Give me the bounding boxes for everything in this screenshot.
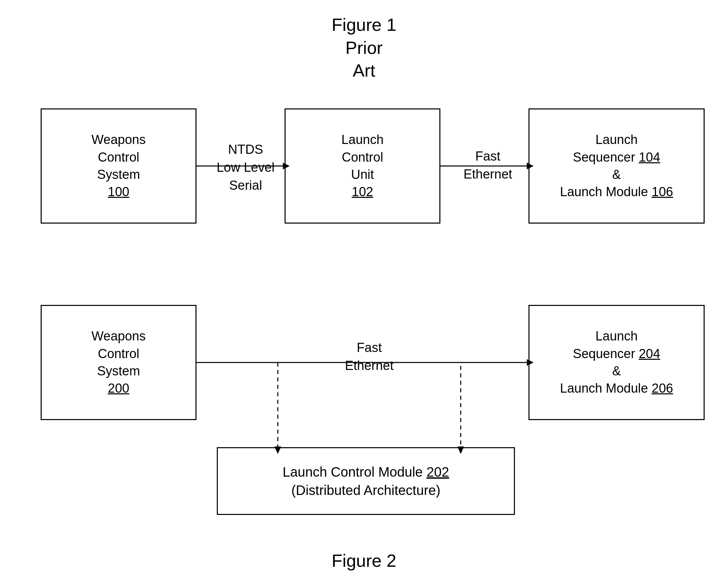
fig2-arrow-label-line2: Ethernet: [345, 358, 394, 373]
arrow2-label: Fast Ethernet: [451, 147, 525, 183]
arrow1-label-line3: Serial: [229, 178, 262, 192]
ls204-line1: Launch: [596, 329, 638, 343]
ls204-number1: 204: [639, 347, 660, 361]
fig1-title-line3: Art: [353, 61, 375, 80]
arrow2-label-line2: Ethernet: [463, 167, 512, 181]
wcs100-line3: System: [97, 167, 140, 182]
wcs200-number: 200: [108, 381, 129, 395]
wcs200-line1: Weapons: [91, 329, 146, 343]
fig2-label-text: Figure 2: [332, 551, 396, 570]
lcm202-line1: Launch Control Module: [283, 464, 423, 479]
wcs100-line2: Control: [98, 150, 140, 164]
ls104-line1: Launch: [596, 132, 638, 147]
arrow2-label-line1: Fast: [475, 149, 500, 163]
figure1-title-area: Figure 1 Prior Art: [0, 14, 728, 82]
figure2-label: Figure 2: [0, 551, 728, 571]
fig2-arrow-label-line1: Fast: [357, 340, 382, 355]
ls204-line3: Launch Module: [560, 381, 648, 395]
page: Figure 1 Prior Art Weapons Control Syste…: [0, 0, 728, 581]
wcs100-line1: Weapons: [91, 132, 146, 147]
box-wcs200: Weapons Control System 200: [41, 305, 196, 420]
ls104-line2: Sequencer: [573, 150, 635, 164]
wcs200-line2: Control: [98, 347, 140, 361]
fig1-title-line2: Prior: [346, 38, 383, 58]
ls204-line2: Sequencer: [573, 347, 635, 361]
figure1-title: Figure 1 Prior Art: [0, 14, 728, 82]
arrow1-label-line2: Low Level: [216, 160, 274, 174]
ls204-amp: &: [612, 364, 621, 378]
lcu102-line2: Control: [342, 150, 383, 164]
diagram1: Weapons Control System 100 NTDS Low Leve…: [20, 88, 708, 257]
ls104-number1: 104: [639, 150, 660, 164]
arrow1-label: NTDS Low Level Serial: [208, 141, 283, 195]
fig2-arrow-label: Fast Ethernet: [332, 339, 407, 375]
ls204-number2: 206: [652, 381, 673, 395]
box-lcm202: Launch Control Module 202 (Distributed A…: [217, 447, 515, 515]
ls104-amp: &: [612, 167, 621, 182]
lcu102-line1: Launch: [341, 132, 384, 147]
ls104-number2: 106: [652, 185, 673, 199]
lcm202-number: 202: [427, 464, 449, 479]
fig1-title-line1: Figure 1: [332, 15, 396, 35]
wcs100-number: 100: [108, 185, 129, 199]
box-lcu102: Launch Control Unit 102: [285, 108, 440, 224]
lcu102-line3: Unit: [351, 167, 374, 182]
box-ls104: Launch Sequencer 104 & Launch Module 106: [528, 108, 705, 224]
box-ls204: Launch Sequencer 204 & Launch Module 206: [528, 305, 705, 420]
lcu102-number: 102: [352, 185, 373, 199]
lcm202-line2: (Distributed Architecture): [291, 483, 440, 498]
wcs200-line3: System: [97, 364, 140, 378]
arrow1-label-line1: NTDS: [228, 142, 263, 157]
ls104-line3: Launch Module: [560, 185, 648, 199]
box-wcs100: Weapons Control System 100: [41, 108, 196, 224]
diagram2: Weapons Control System 200 Fast Ethernet…: [20, 285, 708, 522]
